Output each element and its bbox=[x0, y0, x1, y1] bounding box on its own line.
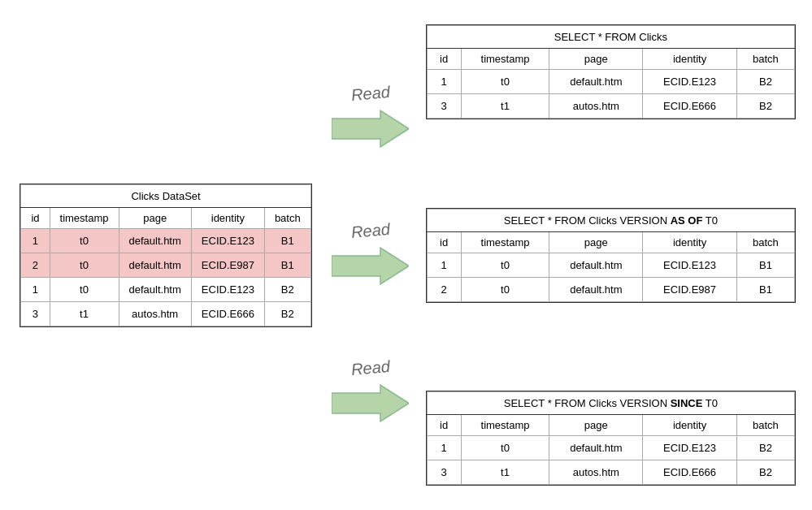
col-header-batch: batch bbox=[736, 415, 794, 436]
result-table-wrapper-0: SELECT * FROM Clicksidtimestamppageident… bbox=[426, 24, 796, 119]
result-table-1: SELECT * FROM Clicks VERSION AS OF T0idt… bbox=[427, 209, 795, 302]
svg-marker-0 bbox=[332, 110, 409, 147]
col-header-timestamp: timestamp bbox=[461, 49, 549, 70]
dataset-table-wrapper: Clicks DataSetidtimestamppageidentitybat… bbox=[20, 184, 311, 327]
table-row: 1t0default.htmECID.E123B2 bbox=[427, 436, 794, 460]
col-header-timestamp: timestamp bbox=[461, 231, 549, 253]
clicks-dataset-table: Clicks DataSetidtimestamppageidentitybat… bbox=[20, 184, 310, 326]
table-row: 3t1autos.htmECID.E666B2 bbox=[427, 94, 794, 119]
col-header-batch: batch bbox=[736, 231, 794, 253]
main-container: Clicks DataSetidtimestamppageidentitybat… bbox=[0, 0, 812, 510]
column-header-page: page bbox=[119, 207, 191, 228]
arrow-icon-0 bbox=[332, 106, 409, 151]
result-table-0: SELECT * FROM Clicksidtimestamppageident… bbox=[427, 25, 795, 119]
col-header-id: id bbox=[427, 49, 461, 70]
arrow-icon-1 bbox=[332, 244, 409, 288]
column-header-timestamp: timestamp bbox=[50, 207, 119, 228]
column-header-identity: identity bbox=[191, 207, 264, 228]
col-header-page: page bbox=[549, 49, 643, 70]
column-header-batch: batch bbox=[264, 207, 310, 228]
col-header-id: id bbox=[427, 415, 461, 436]
svg-marker-2 bbox=[332, 385, 409, 421]
table-row: 3t1autos.htmECID.E666B2 bbox=[21, 301, 310, 326]
arrow-2: Read bbox=[332, 359, 409, 426]
col-header-identity: identity bbox=[643, 49, 737, 70]
result-table-2: SELECT * FROM Clicks VERSION SINCE T0idt… bbox=[427, 391, 795, 485]
arrow-label-1: Read bbox=[350, 220, 391, 242]
column-header-id: id bbox=[21, 207, 50, 228]
arrow-label-0: Read bbox=[350, 83, 391, 105]
arrow-0: Read bbox=[332, 84, 409, 151]
col-header-identity: identity bbox=[643, 415, 737, 436]
table-row: 1t0default.htmECID.E123B2 bbox=[21, 277, 310, 301]
col-header-identity: identity bbox=[643, 231, 737, 253]
table-row: 1t0default.htmECID.E123B1 bbox=[427, 253, 794, 277]
result-table-wrapper-1: SELECT * FROM Clicks VERSION AS OF T0idt… bbox=[426, 208, 796, 303]
right-section: SELECT * FROM Clicksidtimestamppageident… bbox=[426, 16, 796, 494]
table-row: 2t0default.htmECID.E987B1 bbox=[21, 253, 310, 277]
table-row: 1t0default.htmECID.E123B2 bbox=[427, 70, 794, 94]
table-row: 3t1autos.htmECID.E666B2 bbox=[427, 460, 794, 485]
table-row: 2t0default.htmECID.E987B1 bbox=[427, 277, 794, 301]
col-header-page: page bbox=[549, 231, 643, 253]
table-row: 1t0default.htmECID.E123B1 bbox=[21, 228, 310, 253]
arrow-1: Read bbox=[332, 222, 409, 288]
col-header-page: page bbox=[549, 415, 643, 436]
col-header-batch: batch bbox=[736, 49, 794, 70]
svg-marker-1 bbox=[332, 248, 409, 284]
col-header-timestamp: timestamp bbox=[461, 415, 549, 436]
result-table-wrapper-2: SELECT * FROM Clicks VERSION SINCE T0idt… bbox=[426, 391, 796, 486]
arrows-section: ReadReadRead bbox=[315, 16, 426, 494]
arrow-label-2: Read bbox=[350, 357, 391, 379]
arrow-icon-2 bbox=[332, 381, 409, 426]
col-header-id: id bbox=[427, 231, 461, 253]
left-section: Clicks DataSetidtimestamppageidentitybat… bbox=[16, 16, 315, 494]
